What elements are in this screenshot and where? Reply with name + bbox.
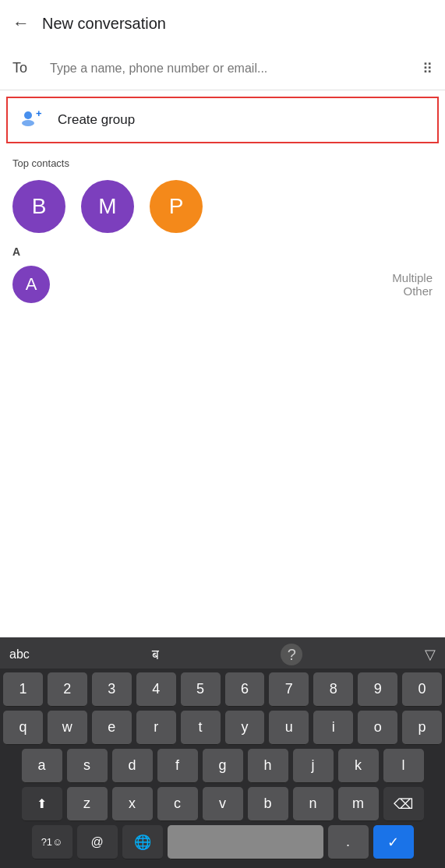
key-h[interactable]: h (248, 749, 288, 783)
enter-key[interactable]: ✓ (373, 825, 414, 859)
asdf-row: a s d f g h j k l (3, 749, 442, 783)
key-4[interactable]: 4 (136, 672, 176, 707)
keyboard-abc-label[interactable]: abc (9, 647, 30, 662)
backspace-key[interactable]: ⌫ (383, 787, 424, 821)
create-group-icon: + (20, 109, 42, 131)
period-key[interactable]: . (328, 825, 369, 859)
page-title: New conversation (42, 15, 166, 33)
contact-a-row[interactable]: A Multiple Other (0, 261, 445, 308)
other-label: Other (403, 284, 433, 298)
key-u[interactable]: u (269, 711, 309, 745)
key-b[interactable]: b (248, 787, 288, 821)
key-9[interactable]: 9 (358, 672, 397, 707)
top-contacts-row: B M P (0, 174, 445, 239)
multiple-label: Multiple (392, 271, 433, 284)
alpha-section-a: A (0, 239, 445, 261)
grid-icon[interactable]: ⠿ (422, 60, 433, 77)
key-p[interactable]: p (402, 711, 442, 745)
back-button[interactable]: ← (12, 15, 30, 32)
to-label: To (12, 60, 41, 76)
key-5[interactable]: 5 (181, 672, 221, 707)
top-contacts-label: Top contacts (0, 150, 445, 174)
key-z[interactable]: z (67, 787, 108, 821)
key-g[interactable]: g (203, 749, 243, 783)
key-a[interactable]: a (22, 749, 62, 783)
keyboard-marathi-label[interactable]: ब (152, 647, 159, 663)
to-row: To ⠿ (0, 47, 445, 90)
key-i[interactable]: i (313, 711, 353, 745)
bottom-row: ?1☺ @ 🌐 . ✓ (3, 825, 442, 859)
key-r[interactable]: r (136, 711, 176, 745)
key-k[interactable]: k (338, 749, 379, 783)
symbol-key[interactable]: ?1☺ (32, 825, 72, 859)
keyboard: abc ब ? ▽ 1 2 3 4 5 6 7 8 9 0 q w e r t … (0, 637, 445, 868)
shift-key[interactable]: ⬆ (22, 787, 62, 821)
create-group-row[interactable]: + Create group (6, 97, 439, 143)
key-m[interactable]: m (338, 787, 379, 821)
qwerty-row: q w e r t y u i o p (3, 711, 442, 745)
header: ← New conversation (0, 0, 445, 47)
space-key[interactable] (168, 825, 323, 859)
key-w[interactable]: w (48, 711, 87, 745)
contact-avatar-m[interactable]: M (81, 180, 134, 233)
svg-point-0 (24, 111, 32, 119)
key-f[interactable]: f (157, 749, 198, 783)
contact-avatar-a: A (12, 266, 50, 303)
key-d[interactable]: d (112, 749, 153, 783)
key-0[interactable]: 0 (402, 672, 442, 707)
key-1[interactable]: 1 (3, 672, 43, 707)
key-2[interactable]: 2 (48, 672, 87, 707)
key-o[interactable]: o (358, 711, 397, 745)
key-3[interactable]: 3 (92, 672, 132, 707)
create-group-label: Create group (58, 112, 135, 128)
zxcv-row: ⬆ z x c v b n m ⌫ (3, 787, 442, 821)
recipient-input[interactable] (50, 62, 422, 76)
key-e[interactable]: e (92, 711, 132, 745)
globe-key[interactable]: 🌐 (122, 825, 163, 859)
svg-point-1 (22, 120, 34, 126)
key-j[interactable]: j (293, 749, 334, 783)
keyboard-dismiss-icon[interactable]: ▽ (425, 646, 436, 663)
contact-avatar-p[interactable]: P (150, 180, 203, 233)
key-l[interactable]: l (383, 749, 424, 783)
key-n[interactable]: n (293, 787, 334, 821)
key-7[interactable]: 7 (269, 672, 309, 707)
key-v[interactable]: v (203, 787, 243, 821)
svg-text:+: + (36, 109, 42, 119)
key-s[interactable]: s (67, 749, 108, 783)
at-key[interactable]: @ (77, 825, 118, 859)
number-row: 1 2 3 4 5 6 7 8 9 0 (3, 672, 442, 707)
keyboard-help-icon[interactable]: ? (281, 644, 302, 665)
key-x[interactable]: x (112, 787, 153, 821)
keyboard-top-bar: abc ब ? ▽ (0, 637, 445, 669)
key-6[interactable]: 6 (225, 672, 265, 707)
key-q[interactable]: q (3, 711, 43, 745)
contact-a-labels: Multiple Other (392, 271, 433, 298)
key-8[interactable]: 8 (313, 672, 353, 707)
key-t[interactable]: t (181, 711, 221, 745)
key-c[interactable]: c (157, 787, 198, 821)
key-y[interactable]: y (225, 711, 265, 745)
contact-avatar-b[interactable]: B (12, 180, 65, 233)
